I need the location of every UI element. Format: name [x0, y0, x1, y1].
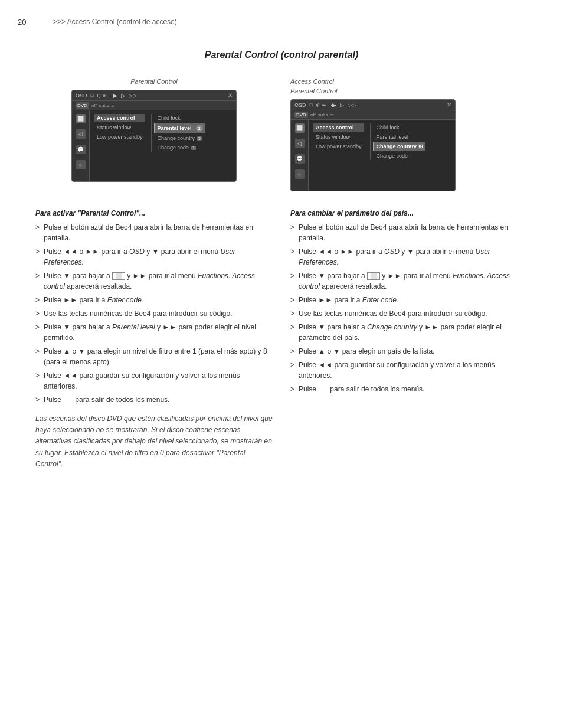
sidebar-icon-r3: 💬	[295, 154, 305, 164]
osd-label-r: OSD	[294, 102, 306, 108]
left-step-9: Pulse para salir de todos los menús.	[35, 394, 273, 405]
osd-topbar-left: OSD □ ı( ⇤ ·▶ ▷ ▷▷ ✕	[72, 90, 236, 101]
left-step-3: Pulse ▼ para bajar a ⬜ y ►► para ir al m…	[35, 270, 273, 292]
left-step-6: Pulse ▼ para bajar a Parental level y ►►…	[35, 322, 273, 343]
osd-st-r: st	[330, 112, 334, 117]
osd-arrow-left: ⇤	[103, 93, 108, 99]
right-instructions-title: Para cambiar el parámetro del país...	[290, 209, 528, 217]
page-number: 20	[18, 18, 26, 27]
osd-st: st	[112, 103, 115, 108]
sidebar-icon-1: ⬜	[76, 114, 86, 123]
osd-arrow-left-r: ⇤	[322, 102, 327, 108]
submenu-change-code-r: Change code	[373, 152, 425, 160]
osd-sub-off: off	[91, 103, 97, 108]
sidebar-icon-r4: ○	[295, 169, 305, 179]
osd-play-r: ▷	[340, 102, 344, 108]
instructions-section: Para activar "Parental Control"... Pulse…	[35, 209, 528, 470]
instruction-note: Las escenas del disco DVD que estén clas…	[35, 413, 273, 470]
osd-submenu-right: Child lock Parental level Change country…	[370, 123, 425, 160]
osd-topbar-right: OSD □ ı( ⇤ ·▶ ▷ ▷▷ ✕	[291, 100, 455, 110]
left-instructions-title: Para activar "Parental Control"...	[35, 209, 273, 217]
menu-access-control-r: Access control	[313, 123, 364, 132]
screens-section: Parental Control OSD □ ı( ⇤ ·▶ ▷ ▷▷ ✕ DV…	[35, 78, 528, 191]
right-step-6: Pulse ▼ para bajar a Change country y ►►…	[290, 322, 528, 343]
menu-status-window-r: Status window	[313, 133, 364, 141]
osd-subs: subs	[99, 103, 109, 108]
right-step-5: Use las teclas numéricas de Beo4 para in…	[290, 308, 528, 319]
osd-menu-row-right: Access control Status window Low power s…	[313, 123, 450, 160]
osd-bar1: ı(	[97, 93, 100, 98]
left-screen-section: Parental Control OSD □ ı( ⇤ ·▶ ▷ ▷▷ ✕ DV…	[35, 78, 273, 191]
submenu-child-lock: Child lock	[154, 114, 205, 122]
sidebar-icon-4: ○	[76, 160, 86, 169]
osd-ff-r: ▷▷	[348, 102, 356, 108]
right-step-3: Pulse ▼ para bajar a ⬜ y ►► para ir al m…	[290, 270, 528, 292]
menu-low-power-r: Low power standby	[313, 142, 364, 151]
osd-body-right: ⬜ ◁ 💬 ○ Access control Status window Low…	[291, 120, 455, 191]
submenu-parental-level-r: Parental level	[373, 133, 425, 141]
left-step-7: Pulse ▲ o ▼ para elegir un nivel de filt…	[35, 346, 273, 367]
osd-content-right: Access control Status window Low power s…	[309, 120, 455, 191]
right-step-8: Pulse ◄◄ para guardar su configuración y…	[290, 360, 528, 381]
submenu-change-code: Change code 1	[154, 143, 205, 152]
right-screen-section: Access Control Parental Control OSD □ ı(…	[290, 78, 528, 191]
menu-access-control: Access control	[94, 114, 145, 122]
osd-body-left: ⬜ ◁ 💬 ○ Access control Status window Low…	[72, 110, 236, 181]
osd-sidebar-right: ⬜ ◁ 💬 ○	[291, 120, 309, 191]
right-step-1: Pulse el botón azul de Beo4 para abrir l…	[290, 222, 528, 243]
osd-dot-arrow: ·▶	[112, 93, 117, 99]
osd-off: □	[91, 93, 94, 98]
breadcrumb: >>> Access Control (control de acceso)	[53, 18, 528, 26]
osd-subs-r: subs	[318, 112, 328, 117]
sidebar-icon-3: 💬	[76, 145, 86, 154]
access-control-label: Access Control	[290, 78, 334, 85]
osd-menu-row: Access control Status window Low power s…	[94, 114, 231, 152]
osd-ff: ▷▷	[129, 93, 137, 99]
osd-sidebar-left: ⬜ ◁ 💬 ○	[72, 110, 90, 181]
osd-submenu-left: Child lock Parental level 2 Change count…	[151, 114, 205, 152]
left-step-5: Use las teclas numéricas de Beo4 para in…	[35, 308, 273, 319]
osd-dot-arrow-r: ·▶	[330, 102, 336, 108]
left-screen-label: Parental Control	[130, 78, 178, 85]
parental-control-label: Parental Control	[290, 87, 338, 94]
left-step-1: Pulse el botón azul de Beo4 para abrir l…	[35, 222, 273, 243]
left-instruction-list: Pulse el botón azul de Beo4 para abrir l…	[35, 222, 273, 405]
left-instructions: Para activar "Parental Control"... Pulse…	[35, 209, 273, 470]
osd-screen-left: OSD □ ı( ⇤ ·▶ ▷ ▷▷ ✕ DVD off subs st	[71, 90, 237, 182]
osd-main-menu-right: Access control Status window Low power s…	[313, 123, 364, 160]
osd-label: OSD	[76, 93, 87, 99]
osd-screen-right: OSD □ ı( ⇤ ·▶ ▷ ▷▷ ✕ DVD off subs st	[290, 99, 456, 191]
submenu-change-country-r: Change country ⊞	[373, 142, 425, 151]
right-step-9: Pulse para salir de todos los menús.	[290, 384, 528, 394]
dvd-label-left: DVD	[76, 102, 89, 109]
menu-low-power: Low power standby	[94, 133, 145, 141]
right-step-2: Pulse ◄◄ o ►► para ir a OSD y ▼ para abr…	[290, 246, 528, 267]
sidebar-icon-r1: ⬜	[295, 123, 305, 133]
osd-main-menu: Access control Status window Low power s…	[94, 114, 145, 152]
sidebar-icon-2: ◁	[76, 129, 86, 139]
right-instructions: Para cambiar el parámetro del país... Pu…	[290, 209, 528, 397]
right-instruction-list: Pulse el botón azul de Beo4 para abrir l…	[290, 222, 528, 394]
osd-close-icon: ✕	[228, 92, 233, 99]
right-step-4: Pulse ►► para ir a Enter code.	[290, 295, 528, 305]
page-title: Parental Control (control parental)	[35, 50, 528, 60]
osd-bar1-r: ı(	[316, 102, 319, 107]
submenu-parental-level: Parental level 2	[154, 123, 205, 133]
left-step-2: Pulse ◄◄ o ►► para ir a OSD y ▼ para abr…	[35, 246, 273, 267]
sidebar-icon-r2: ◁	[295, 139, 305, 148]
osd-sub-off-r: off	[310, 112, 316, 117]
submenu-change-country: Change country 5	[154, 134, 205, 142]
submenu-child-lock-r: Child lock	[373, 123, 425, 132]
osd-play: ▷	[121, 93, 125, 99]
osd-close-icon-r: ✕	[447, 102, 451, 108]
right-step-7: Pulse ▲ o ▼ para elegir un país de la li…	[290, 346, 528, 357]
parental-badge: 2	[196, 125, 203, 132]
osd-off-r: □	[310, 102, 313, 107]
dvd-label-right: DVD	[294, 112, 308, 118]
page-wrapper: 20 >>> Access Control (control de acceso…	[0, 0, 563, 728]
osd-content-left: Access control Status window Low power s…	[90, 110, 236, 181]
menu-status-window: Status window	[94, 123, 145, 132]
left-step-8: Pulse ◄◄ para guardar su configuración y…	[35, 370, 273, 391]
left-step-4: Pulse ►► para ir a Enter code.	[35, 295, 273, 305]
